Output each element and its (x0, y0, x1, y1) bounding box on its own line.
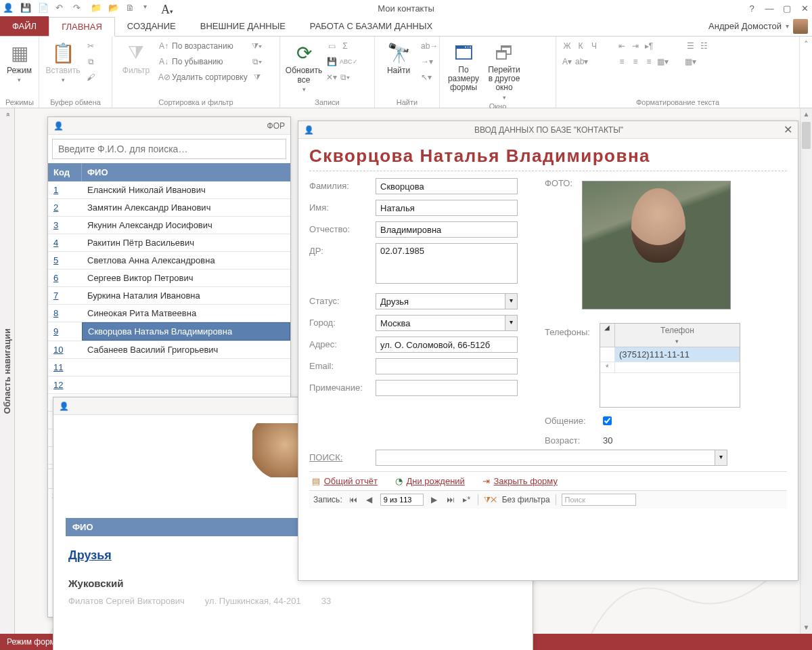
table-row[interactable]: 4Ракитин Пётр Васильевич (48, 234, 290, 252)
goto-button[interactable]: →▾ (421, 55, 432, 68)
new-record-nav-button[interactable]: ▸* (461, 495, 472, 504)
fio-cell[interactable]: Скворцова Наталья Владимировна (82, 322, 290, 341)
open-icon[interactable]: 📂 (108, 3, 119, 14)
table-row[interactable]: 1Еланский Николай Иванович (48, 181, 290, 199)
tab-home[interactable]: ГЛАВНАЯ (49, 17, 115, 37)
code-cell[interactable]: 5 (48, 252, 82, 269)
clear-sort-button[interactable]: A⊘Удалить сортировку (158, 70, 248, 84)
folder-icon[interactable]: 📁 (91, 3, 102, 14)
table-row[interactable]: 3Якунин Александр Иосифович (48, 217, 290, 234)
fio-cell[interactable]: Синеокая Рита Матвеевна (82, 305, 290, 322)
address-field[interactable] (376, 337, 518, 353)
table-row[interactable]: 2Замятин Александр Иванович (48, 199, 290, 217)
saveall-icon[interactable]: 🗎 (126, 3, 137, 14)
table-row[interactable]: 10Сабанеев Василий Григорьевич (48, 341, 290, 359)
code-cell[interactable]: 3 (48, 217, 82, 234)
code-cell[interactable]: 10 (48, 341, 82, 358)
redo-icon[interactable]: ↷ (73, 3, 84, 14)
replace-button[interactable]: ab→ (421, 39, 432, 53)
contact-photo[interactable] (582, 181, 731, 309)
note-field[interactable] (376, 380, 518, 396)
code-cell[interactable]: 11 (48, 359, 82, 376)
patronymic-field[interactable] (376, 221, 518, 238)
code-cell[interactable]: 8 (48, 305, 82, 322)
fio-cell[interactable]: Якунин Александр Иосифович (82, 217, 290, 234)
code-cell[interactable]: 1 (48, 181, 82, 198)
next-record-button[interactable]: ▶ (429, 495, 440, 504)
tab-file[interactable]: ФАЙЛ (0, 16, 49, 36)
fio-cell[interactable]: Буркина Наталия Ивановна (82, 287, 290, 304)
selection-filter-button[interactable]: ⧩▾ (252, 39, 263, 53)
select-button[interactable]: ↖▾ (421, 70, 432, 84)
user-login[interactable]: Андрей Домостой ▾ (708, 16, 812, 36)
scroll-up-icon[interactable]: ▲ (800, 108, 812, 121)
dob-field[interactable]: 02.07.1985 (376, 243, 518, 284)
search-contacts-input[interactable] (52, 139, 286, 159)
table-row[interactable]: 7Буркина Наталия Ивановна (48, 287, 290, 305)
help-icon[interactable]: ? (747, 3, 757, 14)
collapse-ribbon-icon[interactable]: ˄ (800, 37, 812, 108)
sort-asc-button[interactable]: A↑По возрастанию (158, 39, 248, 53)
record-position-field[interactable] (380, 494, 424, 506)
fio-cell[interactable]: Сергеев Виктор Петрович (82, 269, 290, 286)
find-button[interactable]: 🔭Найти (380, 39, 417, 75)
undo-icon[interactable]: ↶ (55, 3, 66, 14)
save-icon[interactable]: 💾 (20, 3, 31, 14)
code-cell[interactable]: 4 (48, 234, 82, 251)
fio-cell[interactable]: Светлова Анна Александровна (82, 252, 290, 269)
scroll-down-icon[interactable]: ▼ (800, 622, 812, 634)
phone-row[interactable]: (37512)111-11-11 (600, 347, 740, 362)
table-row[interactable]: 5Светлова Анна Александровна (48, 252, 290, 269)
refresh-all-button[interactable]: ⟳Обновить все▾ (286, 39, 322, 93)
last-record-button[interactable]: ⏭ (445, 495, 456, 504)
new-phone-row[interactable]: * (600, 362, 740, 373)
no-filter-icon[interactable]: ⧩✕ (484, 495, 497, 504)
print-preview-icon[interactable]: 📄 (38, 3, 49, 14)
status-combobox[interactable]: Друзья▾ (376, 293, 518, 309)
delete-record-button[interactable]: ✕▾⧉▾ (326, 70, 351, 84)
close-form-link[interactable]: Закрыть форму (494, 476, 558, 486)
surname-field[interactable] (376, 178, 518, 194)
first-record-button[interactable]: ⏮ (348, 495, 359, 504)
record-search-input[interactable] (562, 494, 636, 506)
navigation-pane-handle[interactable]: » Область навигации (0, 108, 15, 634)
close-icon[interactable]: ✕ (784, 123, 792, 136)
row-selector-header[interactable]: ◢ (600, 324, 615, 347)
minimize-icon[interactable]: — (765, 3, 774, 14)
code-cell[interactable]: 9 (48, 323, 82, 340)
code-cell[interactable]: 7 (48, 287, 82, 304)
table-row[interactable]: 8Синеокая Рита Матвеевна (48, 305, 290, 322)
fio-cell[interactable]: Сабанеев Василий Григорьевич (82, 341, 290, 358)
prev-record-button[interactable]: ◀ (364, 495, 375, 504)
close-icon[interactable]: ✕ (800, 3, 809, 14)
table-row[interactable]: 12. (48, 376, 290, 394)
search-combobox[interactable]: ▾ (376, 450, 727, 466)
chat-checkbox[interactable] (603, 416, 612, 425)
fio-cell[interactable]: Ракитин Пётр Васильевич (82, 234, 290, 251)
restore-icon[interactable]: ▢ (782, 3, 792, 14)
city-combobox[interactable]: Москва▾ (376, 315, 518, 331)
new-record-button[interactable]: ▭Σ (326, 39, 351, 53)
fit-form-button[interactable]: 🗔По размеру формы (445, 39, 482, 93)
col-code-header[interactable]: Код (48, 163, 82, 181)
tab-external-data[interactable]: ВНЕШНИЕ ДАННЫЕ (188, 16, 298, 36)
table-row[interactable]: 11. (48, 359, 290, 376)
save-record-button[interactable]: 💾ABC✓ (326, 55, 351, 68)
font-button[interactable]: A▾ (161, 3, 172, 14)
name-field[interactable] (376, 200, 518, 216)
table-row[interactable]: 6Сергеев Виктор Петрович (48, 269, 290, 287)
switch-window-button[interactable]: 🗗Перейти в другое окно▾ (486, 39, 522, 101)
col-fio-header[interactable]: ФИО (82, 163, 290, 181)
code-cell[interactable]: 2 (48, 199, 82, 216)
email-field[interactable] (376, 358, 518, 374)
qat-dropdown-icon[interactable]: ▾ (143, 3, 154, 14)
general-report-link[interactable]: Общий отчёт (324, 476, 378, 486)
phone-col-header[interactable]: Телефон▾ (615, 324, 740, 347)
tab-db-tools[interactable]: РАБОТА С БАЗАМИ ДАННЫХ (298, 16, 445, 36)
toggle-filter-button[interactable]: ⧩ (252, 70, 263, 84)
table-row[interactable]: 9Скворцова Наталья Владимировна (48, 322, 290, 341)
birthdays-link[interactable]: Дни рождений (407, 476, 465, 486)
code-cell[interactable]: 12 (48, 376, 82, 393)
sort-desc-button[interactable]: A↓По убыванию (158, 55, 248, 68)
fio-cell[interactable]: Замятин Александр Иванович (82, 199, 290, 216)
